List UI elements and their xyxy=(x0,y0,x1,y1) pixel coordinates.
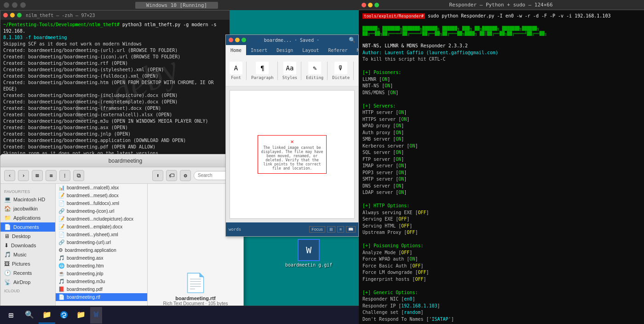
sidebar-item-desktop[interactable]: 🖥Desktop xyxy=(0,232,55,241)
sidebar-item-label-airdrop: AirDrop xyxy=(13,279,30,285)
resp-smb: SMB server [ON] xyxy=(362,136,640,143)
sidebar-item-recents[interactable]: 🕐Recents xyxy=(0,268,55,278)
terminal-out-6: Created: boardmeeting/boardmeeting-(full… xyxy=(3,73,227,80)
responder-prompt-line: tools/exploit/Responder# sudo python Res… xyxy=(362,13,640,20)
terminal-dot-yellow[interactable] xyxy=(10,13,15,17)
sidebar-item-music[interactable]: 🎵Music xyxy=(0,250,55,259)
word-tab-references[interactable]: Referer xyxy=(323,45,352,55)
terminal-dot-red[interactable] xyxy=(3,13,8,17)
file-item-application[interactable]: ⚙boardmeeting.application xyxy=(56,246,147,254)
vm-btn-min[interactable] xyxy=(12,2,17,8)
applications-icon: 📁 xyxy=(4,215,11,221)
finder-tag-btn[interactable]: 🏷 xyxy=(166,170,177,181)
file-item-fulldocx[interactable]: 📄boardmeeti...fulldocx).xml xyxy=(56,199,147,207)
word-tab-home[interactable]: Home xyxy=(226,45,246,55)
ribbon-btn-dictate[interactable]: 🎙 xyxy=(334,62,347,74)
sidebar-item-documents[interactable]: 📄Documents xyxy=(0,222,55,232)
taskbar-explorer-btn[interactable]: 📁 xyxy=(39,307,55,324)
xml-icon-1: 📄 xyxy=(58,200,65,206)
ribbon-label-editing: Editing xyxy=(306,75,323,80)
ribbon-btn-paragraph[interactable]: ¶ xyxy=(256,62,269,74)
word-title: boardme... · Saved · xyxy=(246,38,337,43)
resp-nbt-status: ON xyxy=(385,83,390,88)
taskbar-search-btn[interactable]: 🔍 xyxy=(21,307,38,324)
ribbon-btn-font[interactable]: A xyxy=(230,62,242,74)
finder-view-icon-btn[interactable]: ⊞ xyxy=(32,170,43,181)
resp-sql-status: ON xyxy=(396,150,401,155)
sidebar-item-macintosh[interactable]: 💻Macintosh HD xyxy=(0,195,55,204)
word-dot-green[interactable] xyxy=(242,38,246,42)
resp-serving-html-status: OFF xyxy=(401,223,409,228)
file-item-asx[interactable]: 🎵boardmeeting.asx xyxy=(56,254,147,262)
responder-poisoners-label: [+] Poisoners: xyxy=(362,69,640,76)
file-item-url[interactable]: 🔗boardmeeting-(url).url xyxy=(56,239,147,246)
finder-share-btn[interactable]: ⬆ xyxy=(152,170,163,181)
file-item-rtf[interactable]: 📄boardmeeting.rtf xyxy=(56,293,147,301)
terminal-out-14: Created: boardmeeting/boardmeeting.jnlp … xyxy=(3,131,227,137)
word-ribbon-tabs: Home Insert Design Layout Referer Mailin… xyxy=(226,45,358,55)
home-icon: 🏠 xyxy=(4,205,11,212)
word-focus-btn[interactable]: Focus xyxy=(309,226,325,233)
file-item-jnlp[interactable]: ☕boardmeeting.jnlp xyxy=(56,270,147,278)
finder-col-btn[interactable]: ⫶ xyxy=(59,170,70,181)
taskbar-word-btn[interactable]: W xyxy=(90,307,102,324)
word-search-icon[interactable]: 🔍 xyxy=(349,37,356,43)
resp-basic-auth: Force Basic Auth [OFF] xyxy=(362,263,640,270)
vm-btn-close[interactable] xyxy=(4,2,9,8)
file-item-htm[interactable]: 🌐boardmeeting.htm xyxy=(56,262,147,270)
word-view-btn3[interactable]: 📖 xyxy=(346,226,356,233)
sidebar-item-downloads[interactable]: ⬇Downloads xyxy=(0,241,55,250)
sidebar-item-applications[interactable]: 📁Applications xyxy=(0,213,55,222)
resp-dot-red[interactable] xyxy=(362,3,366,7)
word-dot-red[interactable] xyxy=(229,38,233,42)
finder-body: Favourites 💻Macintosh HD 🏠jacobwilkin 📁A… xyxy=(0,184,243,317)
finder-forward-btn[interactable]: › xyxy=(18,170,29,181)
word-view-btn2[interactable]: ≡ xyxy=(337,226,344,233)
resp-basic-auth-status: OFF xyxy=(412,263,420,268)
file-item-m3u[interactable]: 🎵boardmeeting.m3u xyxy=(56,278,147,285)
word-dot-yellow[interactable] xyxy=(235,38,240,42)
m3u-icon: 🎵 xyxy=(58,279,65,284)
file-item-icon-url[interactable]: 🔗boardmeeting-(icon).url xyxy=(56,207,147,215)
resp-lm-down: Force LM downgrade [OFF] xyxy=(362,269,640,276)
desktop-icon-symbol: W xyxy=(306,244,311,256)
responder-http-options-label: [+] HTTP Options: xyxy=(362,203,640,210)
responder-prompt-highlight: tools/exploit/Responder# xyxy=(362,13,425,19)
file-item-template[interactable]: 📝boardmeeti...emplate).docx xyxy=(56,223,147,231)
win10-background: Windows 10 [Running] nilm_theft — -zsh —… xyxy=(0,0,359,324)
sidebar-item-airdrop[interactable]: 📡AirDrop xyxy=(0,278,55,287)
resp-kerberos-status: ON xyxy=(409,143,415,148)
desktop-icon-boardmeeting[interactable]: W boardmeetin g.gif xyxy=(285,239,332,267)
file-item-xlsx[interactable]: 📊boardmeeti...rnalcell).xlsx xyxy=(56,184,147,192)
finder-back-btn[interactable]: ‹ xyxy=(4,170,15,181)
ribbon-btn-editing[interactable]: ✎ xyxy=(308,62,321,74)
finder-list-btn[interactable]: ≡ xyxy=(46,170,57,181)
resp-llmnr-status: ON xyxy=(382,77,387,82)
resp-dot-green[interactable] xyxy=(374,3,379,7)
ribbon-group-font: A Font xyxy=(230,62,247,80)
responder-poisoner-llmnr: LLMNR [ON] xyxy=(362,76,640,83)
file-item-meset[interactable]: 📝boardmeeti...meset).docx xyxy=(56,192,147,199)
finder-gallery-btn[interactable]: ⧉ xyxy=(73,170,84,181)
vm-btn-max[interactable] xyxy=(20,2,26,8)
file-item-includepicture[interactable]: 📝boardmeeti...ncludepicture).docx xyxy=(56,215,147,223)
word-view-btn1[interactable]: ⊞ xyxy=(327,226,335,233)
sidebar-item-jacobwilkin[interactable]: 🏠jacobwilkin xyxy=(0,204,55,213)
ribbon-btn-styles[interactable]: Aa xyxy=(283,62,296,74)
word-tab-layout[interactable]: Layout xyxy=(298,45,323,55)
taskbar-edge-btn[interactable] xyxy=(56,307,72,324)
word-tab-insert[interactable]: Insert xyxy=(246,45,272,55)
taskbar-start-btn[interactable]: ⊞ xyxy=(2,307,20,324)
file-item-pdf[interactable]: 📕boardmeeting.pdf xyxy=(56,285,147,293)
sidebar-item-pictures[interactable]: 🖼Pictures xyxy=(0,259,55,268)
vm-titlebar: Windows 10 [Running] xyxy=(0,0,359,10)
word-tab-mailings[interactable]: Mailing xyxy=(352,45,358,55)
taskbar-folder-btn[interactable]: 📁 xyxy=(73,307,89,324)
file-item-stylesheet[interactable]: 📄boardmeeti...ylsheet).xml xyxy=(56,231,147,239)
terminal-ip-line: 8.1.103 -f boardmeeting xyxy=(3,34,227,41)
finder-settings-btn[interactable]: ⚙ xyxy=(180,170,191,181)
resp-dot-yellow[interactable] xyxy=(368,3,373,7)
responder-poisoner-dns: DNS/MDNS [ON] xyxy=(362,90,640,97)
terminal-dot-green[interactable] xyxy=(17,13,22,17)
word-tab-design[interactable]: Design xyxy=(272,45,298,55)
